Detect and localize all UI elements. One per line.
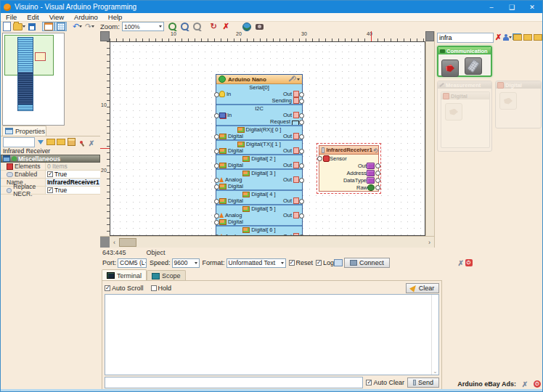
scroll-right-button[interactable]: ›: [425, 237, 434, 248]
snapshot-button[interactable]: [253, 22, 266, 31]
filter-button[interactable]: [36, 138, 45, 147]
log-checkbox-row[interactable]: Log: [316, 259, 334, 266]
clear-button[interactable]: Clear: [406, 283, 439, 293]
output-pin[interactable]: [299, 178, 304, 183]
zoom-in-button[interactable]: [166, 22, 179, 31]
format-combobox[interactable]: Unformatted Text: [226, 258, 286, 268]
menu-item-arduino[interactable]: Arduino: [69, 13, 103, 21]
save-button[interactable]: [25, 22, 38, 31]
hold-checkbox[interactable]: [151, 285, 157, 291]
close-ads-button[interactable]: [520, 380, 529, 388]
menu-item-help[interactable]: Help: [103, 13, 128, 21]
compile-button[interactable]: [241, 22, 253, 31]
input-pin[interactable]: [214, 178, 219, 183]
wrench-icon[interactable]: [374, 149, 377, 152]
collapse-all-button[interactable]: [57, 138, 65, 147]
output-pin[interactable]: [299, 134, 304, 139]
project-overview-map[interactable]: [2, 33, 65, 126]
reset-checkbox[interactable]: [289, 260, 295, 266]
property-category-row[interactable]: Miscellaneous: [1, 155, 100, 163]
output-pin[interactable]: [375, 178, 380, 183]
hold-checkbox-row[interactable]: Hold: [151, 285, 172, 292]
zoom-reset-button[interactable]: [191, 22, 203, 31]
menu-item-edit[interactable]: Edit: [22, 13, 44, 21]
auto-clear-checkbox-row[interactable]: Auto Clear: [366, 379, 404, 386]
output-pin[interactable]: [299, 120, 304, 125]
design-canvas[interactable]: Arduino Nano Serial[0]InOutSendingI2CInO…: [110, 41, 425, 236]
undo-button[interactable]: [71, 22, 83, 31]
port-combobox[interactable]: COM5 (L: [118, 258, 147, 268]
infrared-receiver-component-button[interactable]: [441, 60, 459, 77]
zoom-combobox[interactable]: 100%: [122, 22, 164, 31]
input-pin[interactable]: [214, 213, 219, 219]
redo-button[interactable]: [83, 22, 96, 31]
serial-settings-button[interactable]: [457, 258, 465, 267]
output-pin[interactable]: [299, 92, 304, 97]
category-header[interactable]: Communication: [438, 47, 491, 54]
input-pin[interactable]: [214, 113, 219, 118]
view-grid-toggle[interactable]: [54, 22, 67, 31]
output-pin[interactable]: [299, 113, 304, 118]
log-checkbox[interactable]: [316, 260, 322, 266]
input-pin[interactable]: [317, 156, 322, 161]
tab-properties[interactable]: Properties: [2, 126, 46, 136]
minimize-button[interactable]: –: [481, 1, 502, 13]
output-pin[interactable]: [299, 199, 304, 204]
auto-clear-checkbox[interactable]: [366, 380, 372, 385]
category-communication[interactable]: Communication: [437, 46, 492, 77]
expand-all-button[interactable]: [46, 138, 55, 147]
receiver-block-header[interactable]: InfraredReceiver1: [319, 146, 378, 155]
component-search-input[interactable]: [437, 33, 494, 43]
menu-item-file[interactable]: File: [1, 13, 22, 21]
input-pin[interactable]: [214, 199, 219, 204]
properties-filter-input[interactable]: [3, 137, 35, 147]
input-pin[interactable]: [214, 92, 219, 97]
open-project-button[interactable]: [13, 22, 25, 31]
checkbox[interactable]: [47, 187, 53, 193]
filter-user-button[interactable]: [503, 33, 512, 42]
arduino-nano-block[interactable]: Arduino Nano Serial[0]InOutSendingI2CInO…: [216, 74, 303, 236]
tab-scope[interactable]: Scope: [147, 270, 186, 281]
send-input[interactable]: [105, 377, 363, 388]
chevron-down-icon[interactable]: [297, 78, 300, 81]
remote-control-component-button[interactable]: [465, 57, 482, 75]
horizontal-scrollbar[interactable]: ‹ ›: [100, 236, 434, 248]
output-pin[interactable]: [299, 163, 304, 168]
refresh-button[interactable]: [208, 22, 220, 31]
output-pin[interactable]: [299, 99, 304, 104]
input-pin[interactable]: [214, 134, 219, 139]
output-pin[interactable]: [375, 185, 380, 190]
output-pin[interactable]: [299, 149, 304, 154]
categorize-button[interactable]: [67, 138, 75, 147]
auto-scroll-checkbox-row[interactable]: Auto Scroll: [105, 285, 144, 292]
arduino-block-header[interactable]: Arduino Nano: [216, 75, 302, 84]
input-pin[interactable]: [214, 149, 219, 154]
collapse-categories-button[interactable]: [534, 33, 542, 42]
log-file-button[interactable]: [334, 258, 343, 267]
infrared-receiver-block[interactable]: InfraredReceiver1 Sensor OutAddressDataT…: [319, 145, 379, 192]
connect-button[interactable]: Connect: [344, 258, 390, 268]
close-panel-button[interactable]: [87, 138, 96, 147]
input-pin[interactable]: [214, 220, 219, 225]
input-pin[interactable]: [214, 184, 219, 189]
auto-scroll-checkbox[interactable]: [105, 285, 110, 291]
output-pin[interactable]: [375, 163, 380, 168]
close-button[interactable]: ✕: [522, 1, 542, 13]
send-button[interactable]: Send: [407, 377, 439, 388]
zoom-out-button[interactable]: [179, 22, 191, 31]
pin-panel-button[interactable]: [77, 138, 86, 147]
clear-search-button[interactable]: [495, 33, 502, 42]
output-pin[interactable]: [375, 171, 380, 176]
expand-categories-button[interactable]: [523, 33, 532, 42]
scrollbar-thumb[interactable]: [119, 238, 136, 247]
new-project-button[interactable]: [1, 22, 13, 31]
tab-terminal[interactable]: Terminal: [102, 269, 147, 281]
reset-checkbox-row[interactable]: Reset: [289, 259, 314, 266]
menu-item-view[interactable]: View: [44, 13, 69, 21]
wrench-icon[interactable]: [288, 76, 294, 81]
delete-button[interactable]: [220, 22, 232, 31]
terminal-scrollbar[interactable]: ⌄: [431, 295, 438, 375]
vertical-scrollbar[interactable]: [425, 41, 434, 236]
view-structure-toggle[interactable]: [42, 22, 54, 31]
maximize-button[interactable]: ❑: [502, 1, 522, 13]
